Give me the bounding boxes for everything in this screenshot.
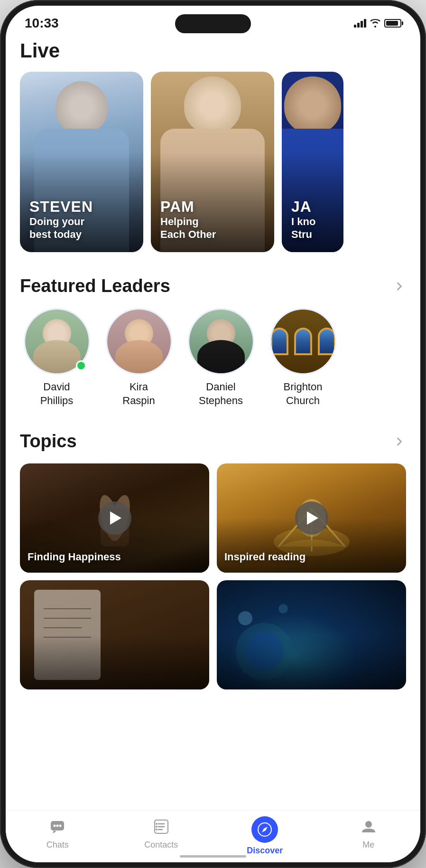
nav-item-discover[interactable]: Discover: [241, 816, 288, 856]
svg-point-27: [365, 821, 372, 828]
svg-marker-26: [262, 827, 268, 832]
svg-point-24: [156, 829, 157, 830]
leader-avatar-kira: [106, 308, 172, 375]
svg-point-23: [156, 826, 157, 828]
live-card-pam[interactable]: PAM HelpingEach Other: [151, 72, 274, 252]
live-card-ja[interactable]: JA I knoStru: [282, 72, 343, 252]
topic-label-reading: Inspired reading: [224, 551, 306, 563]
nav-item-contacts[interactable]: Contacts: [138, 816, 185, 850]
live-cards-row: STEVEN Doing yourbest today PAM HelpingE…: [6, 72, 420, 252]
topics-header: Topics: [20, 431, 406, 452]
svg-point-15: [54, 825, 56, 827]
nav-item-me[interactable]: Me: [345, 816, 392, 850]
live-section-title: Live: [20, 39, 406, 62]
dynamic-island: [175, 14, 251, 33]
main-content: Live STEVEN Doing yourbest today: [6, 35, 420, 803]
live-card-pam-subtitle: HelpingEach Other: [160, 216, 265, 241]
live-card-steven[interactable]: STEVEN Doing yourbest today: [20, 72, 143, 252]
wifi-icon: [370, 19, 380, 28]
topic-card-happiness[interactable]: Finding Happiness: [20, 463, 209, 573]
featured-leaders-title: Featured Leaders: [20, 276, 170, 296]
leader-avatar-wrap-daniel: [188, 308, 254, 375]
play-button-reading[interactable]: [295, 501, 328, 535]
live-card-pam-text: PAM HelpingEach Other: [160, 198, 265, 241]
contacts-icon: [151, 816, 172, 837]
svg-point-13: [278, 604, 288, 613]
leader-avatar-brighton: [270, 308, 336, 375]
live-card-steven-name: STEVEN: [29, 198, 134, 216]
status-icons: [354, 19, 401, 28]
nav-label-discover: Discover: [247, 846, 283, 856]
topic-label-happiness: Finding Happiness: [28, 551, 121, 563]
leader-name-david: DavidPhillips: [40, 380, 74, 407]
leader-avatar-daniel: [188, 308, 254, 375]
chat-icon: [47, 816, 68, 837]
status-time: 10:33: [25, 16, 59, 31]
leader-avatar-wrap-david: [24, 308, 90, 375]
leader-item-kira[interactable]: KiraRaspin: [102, 308, 176, 407]
topic-card-4[interactable]: [217, 580, 406, 689]
svg-point-16: [56, 825, 59, 827]
topics-chevron[interactable]: [393, 435, 406, 448]
featured-leaders-header: Featured Leaders: [20, 276, 406, 296]
svg-point-17: [59, 825, 62, 827]
play-button-happiness[interactable]: [98, 501, 131, 535]
svg-point-12: [238, 611, 252, 625]
leader-name-daniel: DanielStephens: [199, 380, 243, 407]
topics-section: Topics: [20, 431, 406, 689]
live-card-steven-subtitle: Doing yourbest today: [29, 216, 134, 241]
topics-grid: Finding Happiness: [20, 463, 406, 689]
topics-title: Topics: [20, 431, 77, 452]
live-card-ja-text: JA I knoStru: [291, 198, 334, 241]
topic-card-reading[interactable]: Inspired reading: [217, 463, 406, 573]
nav-label-me: Me: [362, 840, 374, 850]
live-card-ja-subtitle: I knoStru: [291, 216, 334, 241]
battery-icon: [384, 19, 401, 28]
discover-icon: [251, 816, 278, 843]
leaders-row: DavidPhillips KiraRaspin: [20, 308, 406, 407]
live-card-pam-name: PAM: [160, 198, 265, 216]
leader-avatar-wrap-kira: [106, 308, 172, 375]
online-dot-david: [76, 360, 86, 371]
live-card-steven-text: STEVEN Doing yourbest today: [29, 198, 134, 241]
phone-frame: 10:33: [0, 0, 426, 868]
featured-leaders-section: Featured Leaders: [20, 276, 406, 407]
leader-item-david[interactable]: DavidPhillips: [20, 308, 93, 407]
leader-item-daniel[interactable]: DanielStephens: [184, 308, 258, 407]
nav-item-chats[interactable]: Chats: [34, 816, 81, 850]
leader-name-kira: KiraRaspin: [122, 380, 155, 407]
topic-card-3[interactable]: [20, 580, 209, 689]
nav-label-chats: Chats: [46, 840, 69, 850]
nav-label-contacts: Contacts: [144, 840, 178, 850]
svg-point-22: [156, 823, 157, 825]
bottom-nav: Chats Contacts: [6, 810, 420, 862]
signal-icon: [354, 19, 366, 28]
leader-name-brighton: BrightonChurch: [284, 380, 323, 407]
me-icon: [358, 816, 379, 837]
phone-screen: 10:33: [6, 6, 420, 862]
home-indicator: [180, 855, 246, 858]
live-card-ja-name: JA: [291, 198, 334, 216]
featured-leaders-chevron[interactable]: [393, 280, 406, 293]
leader-avatar-wrap-brighton: [270, 308, 336, 375]
leader-item-brighton[interactable]: BrightonChurch: [266, 308, 340, 407]
